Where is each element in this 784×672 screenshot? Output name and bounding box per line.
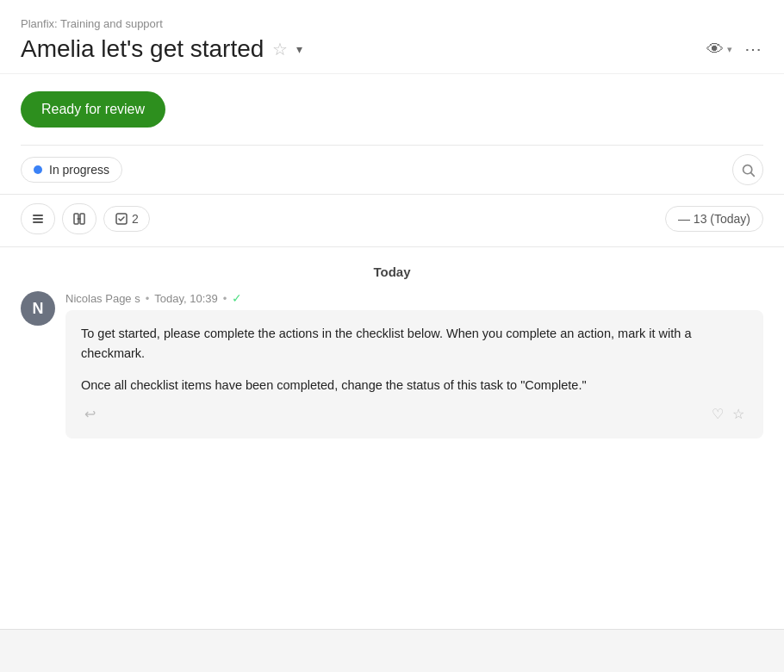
- message-meta: Nicolas Page s • Today, 10:39 • ✓: [65, 291, 763, 305]
- title-row: Amelia let's get started ☆ ▾ 👁 ▾ ⋯: [21, 35, 763, 63]
- message-paragraph-2: Once all checklist items have been compl…: [81, 376, 748, 395]
- title-left: Amelia let's get started ☆ ▾: [21, 35, 302, 63]
- svg-rect-3: [33, 218, 43, 220]
- message-item: N Nicolas Page s • Today, 10:39 • ✓ To g…: [21, 291, 763, 439]
- lines-icon: [31, 212, 45, 226]
- eye-icon: 👁: [706, 40, 724, 59]
- status-row: In progress: [0, 146, 784, 195]
- message-time: Today, 10:39: [154, 292, 217, 305]
- message-paragraph-1: To get started, please complete the acti…: [81, 324, 748, 364]
- toolbar-right: — 13 (Today): [665, 206, 763, 232]
- reply-icon[interactable]: ↩: [84, 403, 96, 426]
- meta-separator2: •: [223, 292, 227, 305]
- heart-icon[interactable]: ♡: [712, 403, 724, 426]
- svg-rect-6: [80, 214, 84, 224]
- avatar: N: [21, 291, 55, 326]
- breadcrumb: Planfix: Training and support: [21, 17, 763, 30]
- sender-name: Nicolas Page s: [65, 292, 140, 305]
- action-icons: ♡ ☆: [712, 403, 744, 426]
- columns-icon: [72, 212, 86, 226]
- read-check-icon: ✓: [232, 291, 242, 305]
- date-info-button[interactable]: — 13 (Today): [665, 206, 763, 232]
- svg-line-1: [750, 172, 754, 176]
- checklist-button[interactable]: 2: [103, 206, 150, 232]
- svg-rect-4: [33, 221, 43, 223]
- status-badge[interactable]: In progress: [21, 157, 122, 183]
- watch-button[interactable]: 👁 ▾: [706, 40, 732, 59]
- checklist-count: 2: [132, 212, 139, 226]
- checklist-icon: [115, 212, 128, 226]
- status-section: Ready for review: [0, 74, 784, 146]
- title-actions: 👁 ▾ ⋯: [706, 39, 763, 59]
- search-icon: [741, 163, 756, 177]
- toolbar-left: 2: [21, 203, 150, 234]
- message-body: Nicolas Page s • Today, 10:39 • ✓ To get…: [65, 291, 763, 439]
- feed-section: Today N Nicolas Page s • Today, 10:39 • …: [0, 247, 784, 439]
- more-options-button[interactable]: ⋯: [744, 39, 763, 59]
- meta-separator: •: [146, 292, 150, 305]
- svg-rect-2: [33, 215, 43, 216]
- bottom-bar: [0, 629, 784, 672]
- page-header: Planfix: Training and support Amelia let…: [0, 0, 784, 74]
- date-header: Today: [21, 247, 763, 291]
- status-label: In progress: [49, 163, 109, 177]
- message-actions: ↩ ♡ ☆: [81, 396, 748, 426]
- message-bubble: To get started, please complete the acti…: [65, 310, 763, 439]
- favorite-icon[interactable]: ☆: [272, 39, 288, 59]
- page-title: Amelia let's get started: [21, 35, 264, 63]
- ready-for-review-button[interactable]: Ready for review: [21, 91, 165, 128]
- star-message-icon[interactable]: ☆: [732, 403, 744, 426]
- status-dot: [34, 165, 42, 174]
- list-view-button[interactable]: [21, 203, 55, 234]
- eye-chevron-icon: ▾: [727, 44, 732, 55]
- chevron-down-icon[interactable]: ▾: [296, 42, 302, 56]
- toolbar-row: 2 — 13 (Today): [0, 195, 784, 247]
- columns-view-button[interactable]: [62, 203, 96, 234]
- search-button[interactable]: [732, 154, 763, 185]
